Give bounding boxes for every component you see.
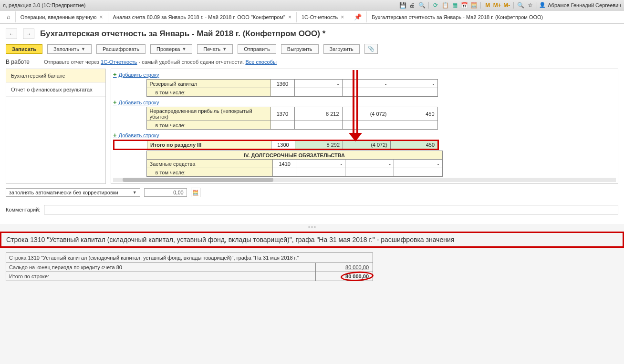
- table-row: Резервный капитал1360--- в том числе:: [113, 79, 438, 97]
- table-row: Нераспределенная прибыль (непокрытый убы…: [113, 107, 438, 130]
- user-icon: 👤: [539, 2, 546, 8]
- save-icon[interactable]: 💾: [398, 1, 407, 10]
- close-icon[interactable]: ×: [341, 14, 344, 20]
- tab-pin[interactable]: 📌: [349, 11, 367, 22]
- plus-icon: +: [113, 99, 117, 106]
- back-button[interactable]: ←: [6, 29, 17, 39]
- fill-button[interactable]: Заполнить▼: [47, 44, 92, 54]
- detail-total-label: Итого по строке:: [6, 272, 315, 281]
- forward-button[interactable]: →: [23, 29, 34, 39]
- memory-mplus[interactable]: M+: [493, 1, 501, 10]
- send-button[interactable]: Отправить: [238, 44, 276, 54]
- reload-icon[interactable]: ⟳: [431, 1, 440, 10]
- add-row-link[interactable]: +Добавить строку: [113, 98, 159, 107]
- chevron-down-icon: ▼: [222, 47, 227, 51]
- comment-row: Комментарий:: [6, 201, 618, 218]
- splitter-handle[interactable]: • • •: [0, 224, 624, 230]
- tab-analysis[interactable]: Анализ счета 80.09 за Январь 2018 г. - М…: [108, 12, 297, 22]
- upload-button[interactable]: Выгрузить: [281, 44, 319, 54]
- tab-operations[interactable]: Операции, введенные вручную×: [16, 12, 108, 22]
- preview-icon[interactable]: 🔍: [417, 1, 426, 10]
- star-icon[interactable]: ☆: [526, 1, 534, 10]
- download-button[interactable]: Загрузить: [323, 44, 360, 54]
- table-row: IV. ДОЛГОСРОЧНЫЕ ОБЯЗАТЕЛЬСТВА Заемные с…: [113, 151, 443, 177]
- close-icon[interactable]: ×: [288, 14, 291, 20]
- print-button[interactable]: Печать▼: [197, 44, 233, 54]
- tab-balance[interactable]: Бухгалтерская отчетность за Январь - Май…: [367, 12, 624, 22]
- fill-mode-select[interactable]: заполнять автоматически без корректировк…: [6, 188, 140, 197]
- save-button[interactable]: Записать: [6, 44, 42, 54]
- value-input[interactable]: 0,00: [144, 188, 187, 197]
- copy-icon[interactable]: 📋: [441, 1, 449, 10]
- tab-reporting[interactable]: 1С-Отчетность×: [297, 12, 349, 22]
- close-icon[interactable]: ×: [100, 14, 103, 20]
- calc-icon[interactable]: 🧮: [191, 188, 200, 197]
- calendar-icon[interactable]: 📅: [460, 1, 468, 10]
- calc-icon[interactable]: 🧮: [469, 1, 478, 10]
- user-name: Абрамов Геннадий Сергеевич: [548, 2, 621, 8]
- title-bar: я, редакция 3.0 (1С:Предприятие) 💾 🖨 🔍 ⟳…: [0, 0, 624, 10]
- detail-total-value: 80 000,00: [315, 272, 373, 281]
- comment-input[interactable]: [44, 205, 618, 214]
- add-row-link[interactable]: +Добавить строку: [113, 131, 159, 140]
- app-title: я, редакция 3.0 (1С:Предприятие): [3, 2, 85, 8]
- detail-table: Строка 1310 "Уставный капитал (складочны…: [6, 253, 373, 281]
- tab-home[interactable]: ⌂: [2, 11, 16, 22]
- print-icon[interactable]: 🖨: [408, 1, 416, 10]
- check-button[interactable]: Проверка▼: [150, 44, 192, 54]
- detail-row-label: Сальдо на конец периода по кредиту счета…: [6, 263, 315, 272]
- detail-row-value[interactable]: 80 000,00: [315, 263, 373, 272]
- detail-header: Строка 1310 "Уставный капитал (складочны…: [6, 253, 373, 263]
- horizontal-scrollbar[interactable]: [113, 178, 616, 182]
- hint-text: Отправьте отчет через 1С-Отчетность - са…: [44, 59, 277, 69]
- chevron-down-icon: ▼: [182, 47, 186, 51]
- footer-controls: заполнять автоматически без корректировк…: [6, 184, 618, 201]
- tab-bar: ⌂ Операции, введенные вручную× Анализ сч…: [0, 10, 624, 24]
- report-grid: +Добавить строку Резервный капитал1360--…: [111, 69, 618, 184]
- plus-icon: +: [113, 131, 117, 139]
- zoom-in-icon[interactable]: 🔍: [516, 1, 525, 10]
- memory-mminus[interactable]: M-: [502, 1, 511, 10]
- user-info[interactable]: 👤 Абрамов Геннадий Сергеевич: [539, 2, 621, 8]
- link-1c[interactable]: 1С-Отчетность: [101, 59, 137, 65]
- memory-m[interactable]: M: [483, 1, 492, 10]
- status-link[interactable]: В работе: [6, 59, 30, 66]
- add-row-link[interactable]: +Добавить строку: [113, 70, 159, 79]
- table-row-total: Итого по разделу III13008 292(4 072)450: [113, 140, 439, 150]
- comment-label: Комментарий:: [6, 207, 40, 212]
- page-header: ← → Бухгалтерская отчетность за Январь -…: [6, 24, 618, 42]
- grid-icon[interactable]: ▦: [450, 1, 459, 10]
- detail-title: Строка 1310 "Уставный капитал (складочны…: [0, 232, 624, 248]
- side-item-balance[interactable]: Бухгалтерский баланс: [6, 69, 105, 83]
- decode-button[interactable]: Расшифровать: [96, 44, 146, 54]
- side-panel: Бухгалтерский баланс Отчет о финансовых …: [6, 69, 106, 184]
- side-item-finance[interactable]: Отчет о финансовых результатах: [6, 83, 105, 97]
- page-title: Бухгалтерская отчетность за Январь - Май…: [40, 29, 325, 39]
- link-all[interactable]: Все способы: [245, 59, 277, 65]
- chevron-down-icon: ▼: [81, 47, 85, 51]
- attach-button[interactable]: 📎: [364, 44, 378, 54]
- chevron-down-icon: ▼: [133, 190, 137, 195]
- plus-icon: +: [113, 71, 117, 78]
- action-toolbar: Записать Заполнить▼ Расшифровать Проверк…: [6, 42, 618, 59]
